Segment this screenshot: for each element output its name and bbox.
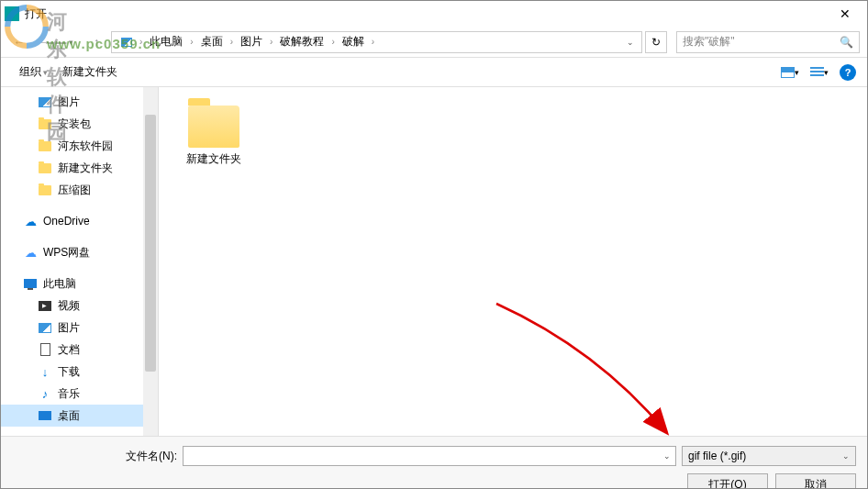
- sidebar-scrollbar[interactable]: [143, 87, 158, 436]
- chevron-right-icon: ›: [138, 37, 144, 47]
- breadcrumb-segment[interactable]: 桌面: [195, 32, 228, 52]
- filetype-select[interactable]: gif file (*.gif) ⌄: [682, 446, 856, 466]
- pictures-icon: [38, 94, 52, 109]
- filename-input[interactable]: [183, 446, 676, 466]
- sidebar-item-pictures[interactable]: 图片: [1, 317, 158, 339]
- sidebar-item-music[interactable]: ♪音乐: [1, 383, 158, 405]
- sidebar-item-desktop[interactable]: 桌面: [1, 405, 158, 427]
- file-item-label: 新建文件夹: [186, 151, 241, 167]
- sidebar-item-folder[interactable]: 安装包: [1, 113, 158, 135]
- sidebar-item-downloads[interactable]: ↓下载: [1, 361, 158, 383]
- breadcrumb-dropdown-icon[interactable]: ⌄: [627, 38, 638, 47]
- sidebar-item-folder[interactable]: 新建文件夹: [1, 157, 158, 179]
- file-list[interactable]: 新建文件夹: [159, 87, 867, 436]
- doc-icon: [38, 342, 52, 357]
- view-icons-button[interactable]: ▾: [781, 65, 799, 80]
- breadcrumb-segment[interactable]: 此电脑: [144, 32, 188, 52]
- main-area: 图片 安装包 河东软件园 新建文件夹 压缩图 ☁OneDrive ☁WPS网盘 …: [1, 87, 867, 436]
- pc-icon: [23, 276, 38, 291]
- breadcrumb-segment[interactable]: [116, 32, 138, 52]
- back-button[interactable]: ←: [8, 31, 30, 53]
- search-placeholder: 搜索"破解": [683, 34, 735, 50]
- chevron-right-icon: ›: [228, 37, 235, 47]
- sidebar-item-wps[interactable]: ☁WPS网盘: [1, 241, 158, 263]
- sidebar-item-folder[interactable]: 压缩图: [1, 179, 158, 201]
- chevron-right-icon: ›: [329, 37, 336, 47]
- breadcrumb[interactable]: › 此电脑 › 桌面 › 图片 › 破解教程 › 破解 › ⌄: [111, 31, 642, 53]
- video-icon: [38, 298, 52, 313]
- filename-label: 文件名(N):: [12, 449, 177, 464]
- download-icon: ↓: [38, 364, 52, 379]
- app-icon: [5, 6, 19, 21]
- folder-icon: [38, 161, 52, 175]
- search-icon: 🔍: [840, 36, 853, 49]
- chevron-right-icon: ›: [370, 37, 376, 47]
- sidebar-item-folder[interactable]: 河东软件园: [1, 135, 158, 157]
- newfolder-button[interactable]: 新建文件夹: [55, 62, 125, 82]
- folder-icon: [38, 139, 52, 153]
- chevron-right-icon: ›: [268, 37, 274, 47]
- folder-icon: [188, 106, 239, 148]
- chevron-down-icon[interactable]: ⌄: [663, 451, 671, 461]
- folder-icon: [38, 117, 52, 131]
- sidebar-item-videos[interactable]: 视频: [1, 295, 158, 317]
- up-button[interactable]: ↑: [85, 31, 107, 53]
- sidebar-item-documents[interactable]: 文档: [1, 339, 158, 361]
- dialog-footer: 文件名(N): ⌄ gif file (*.gif) ⌄ 打开(O) 取消: [1, 436, 867, 489]
- desktop-icon: [38, 408, 52, 423]
- window-title: 打开: [25, 6, 827, 22]
- organize-button[interactable]: 组织 ▾: [12, 62, 55, 82]
- cancel-button[interactable]: 取消: [775, 473, 856, 489]
- toolbar: 组织 ▾ 新建文件夹 ▾ ▾ ?: [1, 58, 867, 87]
- view-details-button[interactable]: ▾: [810, 65, 829, 80]
- breadcrumb-segment[interactable]: 破解教程: [274, 32, 329, 52]
- titlebar: 打开 ✕: [1, 1, 867, 27]
- open-button[interactable]: 打开(O): [687, 473, 768, 489]
- search-input[interactable]: 搜索"破解" 🔍: [676, 31, 860, 53]
- forward-button[interactable]: →: [34, 31, 56, 53]
- sidebar-item-pictures[interactable]: 图片: [1, 91, 158, 113]
- sidebar: 图片 安装包 河东软件园 新建文件夹 压缩图 ☁OneDrive ☁WPS网盘 …: [1, 87, 159, 436]
- folder-icon: [38, 183, 52, 197]
- recent-button[interactable]: ▾: [60, 31, 82, 53]
- sidebar-item-thispc[interactable]: 此电脑: [1, 272, 158, 295]
- address-bar: ← → ▾ ↑ › 此电脑 › 桌面 › 图片 › 破解教程 › 破解 › ⌄ …: [1, 27, 867, 58]
- close-button[interactable]: ✕: [827, 1, 863, 27]
- file-item[interactable]: 新建文件夹: [177, 106, 250, 167]
- onedrive-icon: ☁: [23, 214, 38, 228]
- breadcrumb-segment[interactable]: 图片: [235, 32, 268, 52]
- refresh-button[interactable]: ↻: [645, 31, 667, 53]
- sidebar-item-onedrive[interactable]: ☁OneDrive: [1, 210, 158, 232]
- music-icon: ♪: [38, 386, 52, 401]
- help-button[interactable]: ?: [840, 64, 856, 81]
- breadcrumb-segment[interactable]: 破解: [337, 32, 370, 52]
- pictures-icon: [38, 320, 52, 335]
- wps-icon: ☁: [23, 245, 38, 260]
- chevron-down-icon: ⌄: [842, 451, 850, 461]
- chevron-right-icon: ›: [188, 37, 195, 47]
